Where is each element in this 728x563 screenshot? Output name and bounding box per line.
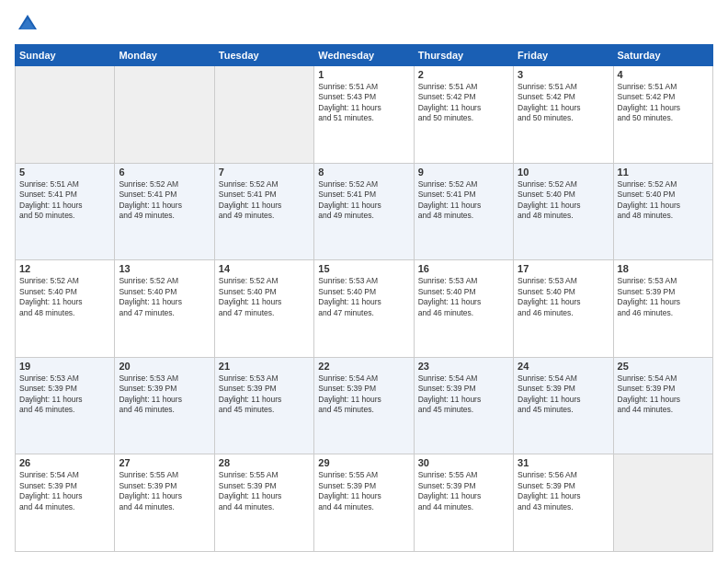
- day-cell: 31Sunrise: 5:56 AM Sunset: 5:39 PM Dayli…: [514, 454, 613, 552]
- day-cell: 30Sunrise: 5:55 AM Sunset: 5:39 PM Dayli…: [414, 454, 513, 552]
- day-info: Sunrise: 5:54 AM Sunset: 5:39 PM Dayligh…: [518, 373, 609, 416]
- header: [15, 11, 713, 37]
- day-number: 19: [19, 361, 110, 372]
- day-number: 25: [618, 361, 709, 372]
- day-info: Sunrise: 5:53 AM Sunset: 5:39 PM Dayligh…: [219, 373, 310, 416]
- day-number: 7: [219, 167, 310, 178]
- day-cell: 22Sunrise: 5:54 AM Sunset: 5:39 PM Dayli…: [314, 357, 414, 454]
- day-cell: [613, 454, 712, 552]
- day-info: Sunrise: 5:52 AM Sunset: 5:40 PM Dayligh…: [219, 276, 310, 318]
- day-cell: 24Sunrise: 5:54 AM Sunset: 5:39 PM Dayli…: [514, 357, 613, 454]
- day-info: Sunrise: 5:53 AM Sunset: 5:39 PM Dayligh…: [19, 373, 110, 416]
- day-number: 6: [119, 167, 210, 178]
- day-number: 18: [618, 263, 709, 274]
- day-info: Sunrise: 5:52 AM Sunset: 5:40 PM Dayligh…: [119, 276, 210, 318]
- day-cell: 2Sunrise: 5:51 AM Sunset: 5:42 PM Daylig…: [414, 66, 513, 164]
- day-cell: [16, 66, 115, 164]
- day-number: 22: [318, 361, 409, 372]
- weekday-header-monday: Monday: [115, 45, 214, 66]
- day-number: 26: [19, 457, 110, 468]
- day-cell: 20Sunrise: 5:53 AM Sunset: 5:39 PM Dayli…: [115, 357, 214, 454]
- day-info: Sunrise: 5:54 AM Sunset: 5:39 PM Dayligh…: [418, 373, 509, 416]
- day-number: 8: [318, 167, 409, 178]
- day-cell: 3Sunrise: 5:51 AM Sunset: 5:42 PM Daylig…: [514, 66, 613, 164]
- day-info: Sunrise: 5:51 AM Sunset: 5:41 PM Dayligh…: [19, 179, 110, 222]
- day-number: 27: [119, 457, 210, 468]
- day-number: 11: [618, 167, 709, 178]
- day-number: 29: [318, 457, 409, 468]
- weekday-header-friday: Friday: [514, 45, 613, 66]
- weekday-header-thursday: Thursday: [414, 45, 513, 66]
- day-info: Sunrise: 5:52 AM Sunset: 5:40 PM Dayligh…: [618, 179, 709, 222]
- day-number: 1: [318, 69, 409, 80]
- day-number: 2: [418, 69, 509, 80]
- day-number: 17: [518, 263, 609, 274]
- day-info: Sunrise: 5:52 AM Sunset: 5:40 PM Dayligh…: [518, 179, 609, 222]
- day-info: Sunrise: 5:53 AM Sunset: 5:39 PM Dayligh…: [119, 373, 210, 416]
- day-info: Sunrise: 5:51 AM Sunset: 5:42 PM Dayligh…: [518, 82, 609, 124]
- day-number: 30: [418, 457, 509, 468]
- weekday-header-row: SundayMondayTuesdayWednesdayThursdayFrid…: [16, 45, 713, 66]
- week-row-4: 19Sunrise: 5:53 AM Sunset: 5:39 PM Dayli…: [16, 357, 713, 454]
- day-cell: 7Sunrise: 5:52 AM Sunset: 5:41 PM Daylig…: [214, 163, 313, 260]
- day-cell: 5Sunrise: 5:51 AM Sunset: 5:41 PM Daylig…: [16, 163, 115, 260]
- weekday-header-wednesday: Wednesday: [314, 45, 414, 66]
- day-info: Sunrise: 5:51 AM Sunset: 5:42 PM Dayligh…: [418, 82, 509, 124]
- day-info: Sunrise: 5:51 AM Sunset: 5:43 PM Dayligh…: [318, 82, 409, 124]
- day-number: 24: [518, 361, 609, 372]
- day-number: 31: [518, 457, 609, 468]
- day-number: 20: [119, 361, 210, 372]
- day-info: Sunrise: 5:54 AM Sunset: 5:39 PM Dayligh…: [19, 470, 110, 512]
- day-cell: [214, 66, 313, 164]
- week-row-1: 1Sunrise: 5:51 AM Sunset: 5:43 PM Daylig…: [16, 66, 713, 164]
- day-info: Sunrise: 5:53 AM Sunset: 5:40 PM Dayligh…: [518, 276, 609, 318]
- day-cell: 16Sunrise: 5:53 AM Sunset: 5:40 PM Dayli…: [414, 260, 513, 358]
- day-cell: 19Sunrise: 5:53 AM Sunset: 5:39 PM Dayli…: [16, 357, 115, 454]
- day-cell: 8Sunrise: 5:52 AM Sunset: 5:41 PM Daylig…: [314, 163, 414, 260]
- day-cell: 27Sunrise: 5:55 AM Sunset: 5:39 PM Dayli…: [115, 454, 214, 552]
- day-number: 14: [219, 263, 310, 274]
- page: SundayMondayTuesdayWednesdayThursdayFrid…: [0, 0, 728, 563]
- day-cell: 29Sunrise: 5:55 AM Sunset: 5:39 PM Dayli…: [314, 454, 414, 552]
- week-row-3: 12Sunrise: 5:52 AM Sunset: 5:40 PM Dayli…: [16, 260, 713, 358]
- day-info: Sunrise: 5:54 AM Sunset: 5:39 PM Dayligh…: [618, 373, 709, 416]
- day-cell: 14Sunrise: 5:52 AM Sunset: 5:40 PM Dayli…: [214, 260, 313, 358]
- day-cell: 23Sunrise: 5:54 AM Sunset: 5:39 PM Dayli…: [414, 357, 513, 454]
- day-cell: 17Sunrise: 5:53 AM Sunset: 5:40 PM Dayli…: [514, 260, 613, 358]
- day-info: Sunrise: 5:51 AM Sunset: 5:42 PM Dayligh…: [618, 82, 709, 124]
- calendar-table: SundayMondayTuesdayWednesdayThursdayFrid…: [15, 44, 713, 552]
- day-number: 10: [518, 167, 609, 178]
- weekday-header-sunday: Sunday: [16, 45, 115, 66]
- day-info: Sunrise: 5:54 AM Sunset: 5:39 PM Dayligh…: [318, 373, 409, 416]
- day-cell: 15Sunrise: 5:53 AM Sunset: 5:40 PM Dayli…: [314, 260, 414, 358]
- day-info: Sunrise: 5:52 AM Sunset: 5:41 PM Dayligh…: [318, 179, 409, 222]
- day-cell: 25Sunrise: 5:54 AM Sunset: 5:39 PM Dayli…: [613, 357, 712, 454]
- day-cell: 9Sunrise: 5:52 AM Sunset: 5:41 PM Daylig…: [414, 163, 513, 260]
- weekday-header-saturday: Saturday: [613, 45, 712, 66]
- day-number: 16: [418, 263, 509, 274]
- day-number: 5: [19, 167, 110, 178]
- logo: [15, 11, 44, 37]
- day-info: Sunrise: 5:53 AM Sunset: 5:40 PM Dayligh…: [418, 276, 509, 318]
- week-row-2: 5Sunrise: 5:51 AM Sunset: 5:41 PM Daylig…: [16, 163, 713, 260]
- day-number: 13: [119, 263, 210, 274]
- day-cell: 21Sunrise: 5:53 AM Sunset: 5:39 PM Dayli…: [214, 357, 313, 454]
- logo-icon: [15, 11, 40, 37]
- day-number: 4: [618, 69, 709, 80]
- day-info: Sunrise: 5:55 AM Sunset: 5:39 PM Dayligh…: [219, 470, 310, 512]
- day-number: 21: [219, 361, 310, 372]
- day-info: Sunrise: 5:55 AM Sunset: 5:39 PM Dayligh…: [318, 470, 409, 512]
- day-cell: 10Sunrise: 5:52 AM Sunset: 5:40 PM Dayli…: [514, 163, 613, 260]
- day-number: 9: [418, 167, 509, 178]
- day-number: 23: [418, 361, 509, 372]
- day-cell: 1Sunrise: 5:51 AM Sunset: 5:43 PM Daylig…: [314, 66, 414, 164]
- day-info: Sunrise: 5:53 AM Sunset: 5:39 PM Dayligh…: [618, 276, 709, 318]
- day-number: 15: [318, 263, 409, 274]
- day-info: Sunrise: 5:52 AM Sunset: 5:40 PM Dayligh…: [19, 276, 110, 318]
- week-row-5: 26Sunrise: 5:54 AM Sunset: 5:39 PM Dayli…: [16, 454, 713, 552]
- day-info: Sunrise: 5:52 AM Sunset: 5:41 PM Dayligh…: [119, 179, 210, 222]
- day-cell: 28Sunrise: 5:55 AM Sunset: 5:39 PM Dayli…: [214, 454, 313, 552]
- day-cell: 11Sunrise: 5:52 AM Sunset: 5:40 PM Dayli…: [613, 163, 712, 260]
- day-cell: 13Sunrise: 5:52 AM Sunset: 5:40 PM Dayli…: [115, 260, 214, 358]
- day-info: Sunrise: 5:53 AM Sunset: 5:40 PM Dayligh…: [318, 276, 409, 318]
